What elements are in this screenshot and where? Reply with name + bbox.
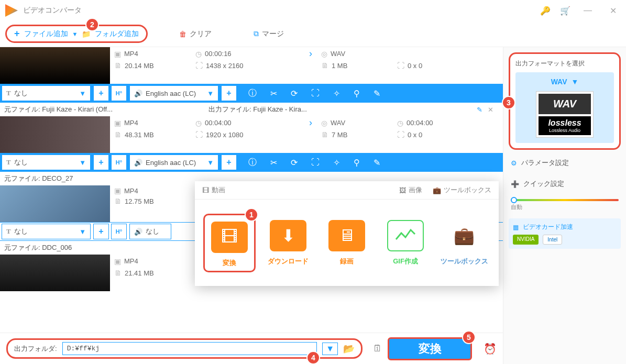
hd-button[interactable]: H° [111, 85, 127, 101]
popup-item-download[interactable]: ⬇ ダウンロード [262, 220, 314, 266]
out-res: 0 x 0 [408, 62, 422, 70]
src-res: 1920 x 1080 [206, 131, 244, 139]
settings-icon: ⚙ [511, 159, 517, 167]
clear-button[interactable]: 🗑 クリア [179, 29, 212, 39]
remove-item-button[interactable]: ✕ [488, 106, 493, 114]
info-icon[interactable]: ⓘ [248, 157, 257, 168]
resolution-icon: ⛶ [195, 130, 203, 139]
subtitle-select[interactable]: Tなし▼ [2, 85, 91, 101]
edit-icon[interactable]: ✎ [374, 89, 380, 98]
info-icon[interactable]: ⓘ [248, 88, 257, 99]
popup-toolbox-label: ツールボックス [441, 257, 488, 266]
cut-icon[interactable]: ✂ [270, 158, 277, 168]
format-icon: ▣ [114, 50, 121, 58]
format-select-value: WAV [551, 78, 567, 86]
format-icon: ▣ [114, 119, 121, 127]
video-icon: 🎞 [202, 186, 209, 194]
clock-icon: ◷ [195, 50, 202, 58]
clear-label: クリア [190, 29, 212, 39]
cut-icon[interactable]: ✂ [270, 89, 277, 98]
hd-button[interactable]: H° [111, 224, 127, 239]
subtitle-select[interactable]: Tなし▼ [2, 224, 91, 239]
audio-value: English aac (LC) [146, 159, 196, 167]
right-panel: 出力フォーマットを選択 WAV ▼ WAV lossless Lossless … [503, 47, 626, 364]
popup-tab-toolbox[interactable]: 💼ツールボックス [433, 185, 491, 195]
output-folder-dropdown[interactable]: ▼ [322, 343, 338, 355]
merge-button[interactable]: ⧉ マージ [254, 29, 284, 39]
plus-icon: + [14, 28, 20, 39]
clock-icon: ◷ [397, 119, 403, 127]
download-icon: ⬇ [270, 220, 306, 251]
gpu-accel-panel: ▦ ビデオカード加速 NVIDIA Intel [509, 218, 621, 249]
subtitle-select[interactable]: Tなし▼ [2, 155, 91, 170]
audio-select[interactable]: 🔊English aac (LC)▼ [129, 155, 218, 170]
watermark-icon[interactable]: ⚲ [354, 89, 360, 98]
add-subtitle-button[interactable]: + [93, 224, 109, 239]
item-toolbar: Tなし▼ + H° 🔊English aac (LC)▼ + ⓘ ✂ ⟳ ⛶ ✧… [0, 153, 503, 172]
close-button[interactable]: ✕ [605, 6, 621, 16]
merge-label: マージ [262, 29, 284, 39]
add-subtitle-button[interactable]: + [93, 155, 109, 170]
popup-tab-video[interactable]: 🎞動画 [202, 185, 225, 195]
watermark-icon[interactable]: ⚲ [354, 158, 360, 168]
popup-tab-image[interactable]: 🖼画像 [399, 185, 422, 195]
file-icon: 🗎 [114, 130, 122, 139]
quick-label: クイック設定 [523, 179, 564, 189]
quick-icon: ➕ [511, 180, 519, 188]
gif-icon [387, 220, 424, 251]
src-duration: 00:04:00 [205, 119, 232, 127]
crop-icon[interactable]: ⛶ [311, 158, 320, 167]
callout-3: 3 [502, 96, 515, 109]
gpu-label: ビデオカード加速 [523, 223, 573, 231]
alarm-icon[interactable]: ⏰ [484, 343, 497, 355]
video-thumbnail[interactable] [0, 185, 110, 222]
quick-settings-button[interactable]: ➕ クイック設定 [509, 176, 621, 192]
convert-button[interactable]: 変換 5 [388, 337, 472, 360]
popup-item-toolbox[interactable]: 💼 ツールボックス [438, 220, 490, 266]
audio-select[interactable]: 🔊なし [129, 224, 171, 239]
parameter-settings-button[interactable]: ⚙ パラメータ設定 [509, 155, 621, 171]
popup-item-convert[interactable]: 🎞 変換 1 [203, 214, 256, 272]
crop-icon[interactable]: ⛶ [311, 89, 320, 98]
file-icon: 🗎 [114, 269, 122, 277]
add-audio-button[interactable]: + [221, 155, 237, 170]
effects-icon[interactable]: ✧ [333, 158, 340, 168]
rotate-icon[interactable]: ⟳ [291, 89, 298, 98]
add-folder-button[interactable]: フォルダ追加 [95, 29, 139, 39]
effects-icon[interactable]: ✧ [333, 89, 340, 98]
audio-select[interactable]: 🔊English aac (LC)▼ [129, 85, 218, 101]
callout-5: 5 [462, 330, 476, 344]
video-thumbnail[interactable] [0, 47, 110, 84]
chip-icon: ▦ [513, 224, 519, 231]
format-preview-card[interactable]: WAV lossless Lossless Audio [536, 91, 594, 138]
pencil-icon[interactable]: ✎ [477, 106, 482, 114]
chevron-down-icon[interactable]: ▼ [72, 31, 78, 37]
callout-4: 4 [306, 351, 320, 364]
format-select[interactable]: WAV ▼ [521, 78, 609, 86]
file-icon: 🗎 [321, 61, 328, 70]
subtitle-value: なし [14, 89, 28, 98]
rotate-icon[interactable]: ⟳ [291, 158, 298, 168]
popup-item-gif[interactable]: GIF作成 [379, 220, 432, 266]
add-file-button[interactable]: ファイル追加 [24, 29, 68, 39]
slider-thumb[interactable] [511, 197, 517, 203]
source-filename: 元ファイル: DECO_27 [4, 174, 208, 183]
quality-slider[interactable]: 自動 [509, 197, 621, 213]
edit-icon[interactable]: ✎ [374, 158, 380, 168]
browse-folder-button[interactable]: 📂 [343, 343, 355, 355]
arrow-right-icon: › [309, 48, 312, 59]
schedule-icon[interactable]: 🗓 [373, 343, 382, 354]
clock-icon: ◷ [195, 119, 202, 127]
output-folder-input[interactable] [62, 342, 317, 355]
file-icon: 🗎 [114, 61, 122, 70]
cart-icon[interactable]: 🛒 [560, 6, 570, 16]
hd-button[interactable]: H° [111, 155, 127, 170]
video-thumbnail[interactable] [0, 255, 110, 291]
add-audio-button[interactable]: + [221, 85, 237, 101]
item-toolbar: Tなし▼ + H° 🔊English aac (LC)▼ + ⓘ ✂ ⟳ ⛶ ✧… [0, 84, 503, 103]
add-subtitle-button[interactable]: + [93, 85, 109, 101]
minimize-button[interactable]: — [580, 6, 596, 15]
license-key-icon[interactable]: 🔑 [540, 6, 551, 16]
video-thumbnail[interactable] [0, 116, 110, 153]
popup-item-record[interactable]: 🖥 録画 [321, 220, 373, 266]
